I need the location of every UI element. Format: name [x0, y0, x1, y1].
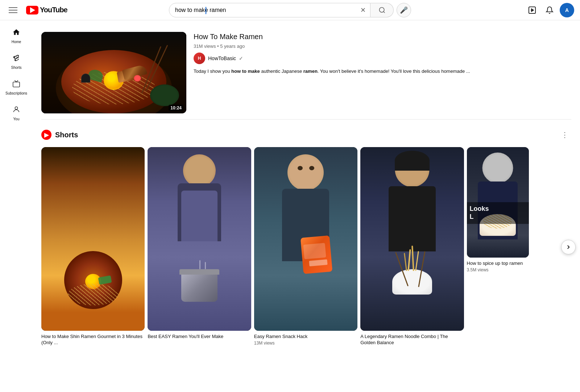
upload-time: 5 years ago [220, 43, 245, 49]
create-icon [528, 6, 536, 14]
hamburger-icon [9, 6, 17, 14]
header-right: A [502, 3, 574, 17]
cursor-line [206, 7, 206, 14]
svg-text:▶: ▶ [44, 132, 49, 138]
svg-line-1 [383, 11, 385, 13]
search-input[interactable]: how to make ramen [169, 3, 356, 17]
search-clear-button[interactable]: ✕ [356, 3, 370, 17]
video-description: Today I show you how to make authentic J… [194, 68, 571, 75]
short-card-2[interactable]: Best EASY Ramen You'll Ever Make [148, 147, 251, 347]
short-thumb-4 [360, 147, 464, 331]
short-title-1: How to Make Shin Ramen Gourmet in 3 Minu… [41, 334, 145, 346]
hamburger-menu[interactable] [6, 3, 20, 17]
main-content: 10:24 How To Make Ramen 31M views • 5 ye… [33, 20, 580, 364]
shorts-grid: How to Make Shin Ramen Gourmet in 3 Minu… [41, 147, 571, 347]
you-icon [12, 105, 20, 116]
header-center: how to make ramen ✕ 🎤 [156, 3, 424, 17]
mic-icon: 🎤 [400, 6, 408, 14]
sidebar-item-home[interactable]: Home [0, 23, 33, 49]
svg-point-0 [379, 7, 384, 12]
ramen-bowl-scene [41, 32, 186, 113]
short-thumb-3 [254, 147, 357, 331]
chevron-right-icon [565, 244, 572, 250]
search-form: how to make ramen ✕ [169, 3, 370, 17]
voice-search-button[interactable]: 🎤 [397, 3, 411, 17]
shorts-next-button[interactable] [561, 240, 576, 254]
top-video-title[interactable]: How To Make Ramen [194, 32, 571, 41]
sidebar-item-you[interactable]: You [0, 100, 33, 126]
svg-rect-5 [13, 82, 20, 87]
youtube-logo[interactable]: YouTube [26, 6, 67, 14]
sidebar-item-shorts[interactable]: Shorts [0, 49, 33, 75]
top-video-section: 10:24 How To Make Ramen 31M views • 5 ye… [41, 26, 571, 120]
view-count: 31M views [194, 43, 216, 49]
youtube-logo-text: YouTube [40, 6, 67, 14]
notifications-button[interactable] [542, 3, 557, 17]
sidebar: Home Shorts Subscriptions You [0, 20, 33, 364]
short-title-5: How to spice up top ramen [467, 260, 529, 267]
short-thumb-2 [148, 147, 251, 331]
shorts-section-icon: ▶ [41, 130, 51, 140]
meta-separator: • [217, 43, 220, 49]
search-icon [378, 7, 386, 14]
sidebar-subscriptions-label: Subscriptions [5, 91, 27, 95]
short-card-4[interactable]: A Legendary Ramen Noodle Combo | The Gol… [360, 147, 464, 347]
short-thumb-5: LooksL [467, 147, 529, 258]
short-card-5[interactable]: LooksL How to spice up top ramen 3.5M vi… [467, 147, 529, 347]
video-duration: 10:24 [169, 105, 183, 111]
short-views-3: 13M views [254, 341, 357, 346]
short-card-1[interactable]: How to Make Shin Ramen Gourmet in 3 Minu… [41, 147, 145, 347]
shorts-section: ▶ Shorts ⋮ [41, 128, 571, 347]
short-card-3[interactable]: Easy Ramen Snack Hack 13M views [254, 147, 357, 347]
channel-avatar[interactable]: H [194, 53, 205, 64]
sidebar-you-label: You [13, 117, 20, 121]
sidebar-home-label: Home [12, 40, 21, 44]
search-submit-button[interactable] [370, 3, 394, 17]
section-title-row: ▶ Shorts [41, 130, 78, 140]
bell-icon [546, 6, 554, 14]
short-title-2: Best EASY Ramen You'll Ever Make [148, 334, 251, 340]
short-views-5: 3.5M views [467, 267, 529, 272]
home-icon [12, 28, 20, 38]
youtube-logo-icon [26, 6, 38, 14]
sidebar-shorts-label: Shorts [11, 66, 22, 70]
svg-point-6 [15, 107, 17, 109]
section-header: ▶ Shorts ⋮ [41, 128, 571, 141]
channel-row: H HowToBasic ✓ [194, 53, 571, 64]
header: YouTube how to make ramen ✕ 🎤 A [0, 0, 580, 20]
shorts-carousel: How to Make Shin Ramen Gourmet in 3 Minu… [41, 147, 571, 347]
short-title-3: Easy Ramen Snack Hack [254, 334, 357, 340]
channel-name[interactable]: HowToBasic [208, 55, 236, 61]
subscriptions-icon [12, 80, 20, 90]
shorts-section-title: Shorts [55, 131, 78, 139]
sidebar-item-subscriptions[interactable]: Subscriptions [0, 75, 33, 100]
verified-icon: ✓ [239, 55, 243, 61]
top-video-info: How To Make Ramen 31M views • 5 years ag… [194, 32, 571, 113]
short-title-4: A Legendary Ramen Noodle Combo | The Gol… [360, 334, 464, 346]
top-video-thumbnail[interactable]: 10:24 [41, 32, 186, 113]
shorts-icon [12, 54, 20, 64]
create-button[interactable] [525, 3, 539, 17]
shorts-more-button[interactable]: ⋮ [558, 128, 571, 141]
top-video-meta: 31M views • 5 years ago [194, 43, 571, 49]
search-container: how to make ramen ✕ [169, 3, 394, 17]
user-avatar[interactable]: A [560, 3, 574, 17]
short-thumb-1 [41, 147, 145, 331]
header-left: YouTube [6, 3, 78, 17]
